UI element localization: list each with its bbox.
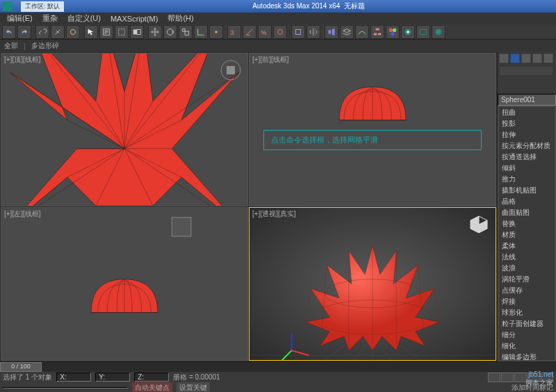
render-setup-button[interactable] [401, 25, 415, 39]
svg-text:3: 3 [231, 28, 234, 35]
ref-coord-button[interactable] [194, 25, 208, 39]
viewcube-icon[interactable] [220, 59, 242, 81]
modifier-item[interactable]: 涡轮平滑 [499, 274, 555, 285]
viewport-top[interactable]: [+][顶][线框] [1, 53, 248, 206]
mirror-button[interactable] [306, 25, 320, 39]
svg-point-17 [389, 28, 393, 31]
autokey-button[interactable]: 自动关键点 [132, 382, 172, 393]
modifier-item[interactable]: 摄影机贴图 [499, 185, 555, 196]
svg-rect-22 [420, 29, 427, 34]
object-name-field[interactable]: Sphere001 [498, 94, 556, 106]
modifier-item[interactable]: 按通道选择 [499, 152, 555, 163]
main-toolbar: 3 % [0, 24, 556, 40]
timeline[interactable]: 0 / 100 [0, 362, 556, 372]
workspace-tab[interactable]: 工作区: 默认 [21, 1, 64, 12]
menu-help[interactable]: 帮助(H) [163, 13, 197, 24]
viewport-front-label[interactable]: [+][前][线框] [252, 55, 289, 65]
viewcube-icon[interactable] [468, 213, 490, 236]
svg-rect-14 [375, 28, 379, 30]
goto-start-button[interactable] [488, 373, 500, 382]
svg-rect-32 [510, 54, 520, 63]
svg-point-18 [393, 28, 396, 31]
coord-x[interactable]: X: [56, 373, 91, 382]
modifier-item[interactable]: 材质 [499, 229, 555, 240]
link-button[interactable] [35, 25, 49, 39]
prev-frame-button[interactable] [501, 373, 514, 382]
viewport-perspective[interactable]: [+][透视][真实] [249, 207, 496, 361]
render-frame-button[interactable] [416, 25, 430, 39]
angle-snap-button[interactable] [243, 25, 256, 39]
modifier-item[interactable]: 替换 [499, 218, 555, 229]
render-button[interactable] [432, 25, 445, 39]
time-slider[interactable]: 0 / 100 [0, 362, 42, 372]
modifier-item[interactable]: 推力 [499, 174, 555, 185]
schematic-button[interactable] [370, 25, 384, 39]
panel-tabs[interactable] [498, 52, 556, 94]
menu-tools[interactable]: 重杂 [38, 13, 62, 24]
unlink-button[interactable] [51, 25, 65, 39]
poly-count: 多边形碎 [31, 41, 59, 51]
layer-button[interactable] [340, 25, 354, 39]
svg-rect-16 [378, 33, 381, 35]
curve-editor-button[interactable] [355, 25, 369, 39]
svg-rect-15 [374, 33, 377, 35]
svg-text:%: % [261, 28, 267, 35]
command-panel: Sphere001 扭曲投影拉伸按元素分配材质按通道选择倾斜推力摄影机贴图晶格曲… [497, 52, 556, 361]
setkey-button[interactable]: 设置关键 [177, 382, 210, 393]
viewport-persp-label[interactable]: [+][透视][真实] [252, 209, 296, 219]
modifier-item[interactable]: 柔体 [499, 240, 555, 252]
align-button[interactable] [325, 25, 338, 39]
modifier-item[interactable]: 按元素分配材质 [499, 140, 555, 152]
modifier-item[interactable]: 投影 [499, 118, 555, 129]
select-name-button[interactable] [99, 25, 113, 39]
svg-point-21 [407, 31, 409, 33]
svg-rect-31 [499, 54, 509, 63]
modifier-item[interactable]: 球形化 [499, 307, 555, 318]
modifier-item[interactable]: 细化 [499, 341, 555, 352]
modifier-item[interactable]: 焊接 [499, 296, 555, 307]
menu-customize[interactable]: 自定义(U) [63, 13, 105, 24]
pivot-button[interactable] [209, 25, 223, 39]
svg-rect-25 [227, 66, 235, 74]
modifier-item[interactable]: 拉伸 [499, 129, 555, 140]
viewport-left-label[interactable]: [+][左][线框] [4, 209, 41, 219]
selection-info: 选择了 1 个对象 [3, 373, 52, 382]
title-bar: 工作区: 默认 Autodesk 3ds Max 2014 x64 无标题 [0, 0, 556, 13]
modifier-item[interactable]: 波浪 [499, 263, 555, 274]
viewport-front[interactable]: [+][前][线框] 点击命令选择框，选择网格平滑 [249, 53, 496, 206]
filter-all[interactable]: 全部 [4, 41, 18, 51]
menu-edit[interactable]: 编辑(E) [3, 13, 37, 24]
rotate-button[interactable] [163, 25, 177, 39]
select-button[interactable] [84, 25, 98, 39]
bind-button[interactable] [66, 25, 80, 39]
modifier-item[interactable]: 扭曲 [499, 107, 555, 118]
viewport-top-label[interactable]: [+][顶][线框] [4, 55, 41, 65]
coord-y[interactable]: Y: [95, 373, 130, 382]
material-button[interactable] [386, 25, 400, 39]
maxscript-listener[interactable] [3, 387, 128, 389]
modifier-item[interactable]: 粒子面创建器 [499, 318, 555, 329]
coord-z[interactable]: Z: [134, 373, 169, 382]
svg-rect-12 [329, 30, 332, 33]
move-button[interactable] [148, 25, 162, 39]
select-region-button[interactable] [115, 25, 129, 39]
redo-button[interactable] [17, 25, 31, 39]
scale-button[interactable] [179, 25, 193, 39]
snap-button[interactable]: 3 [227, 25, 241, 39]
modifier-item[interactable]: 法线 [499, 252, 555, 263]
menu-maxscript[interactable]: MAXScript(M) [106, 14, 162, 24]
modifier-item[interactable]: 点缓存 [499, 285, 555, 296]
percent-snap-button[interactable]: % [258, 25, 272, 39]
window-crossing-button[interactable] [130, 25, 144, 39]
spinner-snap-button[interactable] [273, 25, 287, 39]
modifier-item[interactable]: 编辑多边形 [499, 352, 555, 360]
modifier-item[interactable]: 倾斜 [499, 163, 555, 174]
named-sel-button[interactable] [291, 25, 305, 39]
modifier-item[interactable]: 细分 [499, 329, 555, 341]
modifier-item[interactable]: 晶格 [499, 196, 555, 207]
modifier-item[interactable]: 曲面贴图 [499, 207, 555, 218]
viewport-shade-icon[interactable] [172, 218, 190, 236]
viewport-left[interactable]: [+][左][线框] [1, 207, 248, 361]
undo-button[interactable] [2, 25, 16, 39]
modifier-list[interactable]: 扭曲投影拉伸按元素分配材质按通道选择倾斜推力摄影机贴图晶格曲面贴图替换材质柔体法… [499, 107, 555, 360]
